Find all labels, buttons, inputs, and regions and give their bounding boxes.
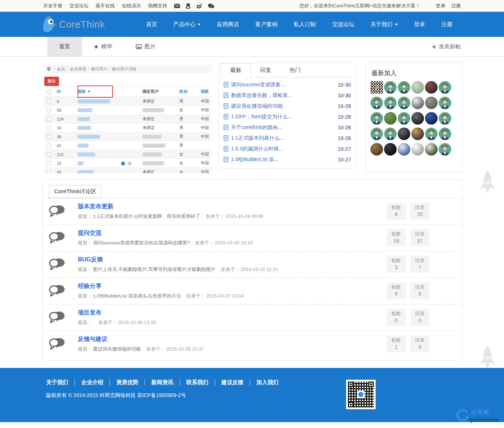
member-avatar[interactable] [370,143,383,156]
footer-link[interactable]: 建议反馈 [215,379,250,386]
member-avatar[interactable] [398,81,410,94]
member-avatar-qr[interactable] [370,81,383,94]
nav-item[interactable]: 关于我们 [362,12,406,37]
member-avatar[interactable] [398,128,410,140]
nav-item[interactable]: 产品中心 [165,12,209,37]
blurred-bind-user [142,161,164,166]
brand-logo[interactable]: CoreThink [41,16,105,32]
nav-item[interactable]: 私人订制 [286,12,324,37]
member-avatar[interactable] [384,97,397,109]
login-link[interactable]: 登录 [436,3,445,9]
topbar-link[interactable]: 交流论坛 [69,3,89,9]
cell-id: 124 [57,117,77,121]
table-row: 93未绑定女中国 [44,168,211,173]
nav-item[interactable]: 客户案例 [247,12,286,37]
nav-item[interactable]: 登录 [406,12,433,37]
cell-id: 58 [57,108,77,112]
member-avatar[interactable] [439,143,451,156]
nav-item[interactable]: 应用商店 [209,12,247,37]
member-avatar[interactable] [384,128,397,140]
subnav-tab[interactable]: 首页 [47,37,82,56]
member-avatar[interactable] [411,112,424,125]
post-row: 关于corethink的路由...10-28 [224,122,351,133]
table-row: 58女中国 [44,106,211,115]
cell-gender: 女 [179,107,201,113]
forum-section-title[interactable]: 经验分享 [78,282,101,290]
member-avatar[interactable] [370,128,383,140]
post-title[interactable]: 1.1正式版本到底什么... [231,135,338,142]
posts-count: 6 [395,290,398,298]
subnav-tab[interactable]: 图片 [124,37,167,56]
member-avatar[interactable] [398,97,410,109]
post-title[interactable]: 建议强化微信端的功能 [231,103,338,109]
wechat-icon[interactable] [208,3,214,8]
nav-item[interactable]: 交流论坛 [324,12,362,37]
member-avatar[interactable] [425,112,438,125]
member-avatar[interactable] [411,128,424,140]
blurred-bind-user [142,152,162,157]
member-avatar[interactable] [398,143,410,156]
nav-item[interactable]: 首页 [138,12,165,37]
member-avatar[interactable] [411,143,424,156]
member-avatar[interactable] [425,97,438,109]
page: 开发手册交流论坛高手在线在线演示捐赠支持 您好，欢迎来到CoreThink互联网… [0,0,504,428]
posts-tab[interactable]: 最新 [221,63,251,77]
footer-link[interactable]: 资质优势 [110,379,145,386]
forum-section-title[interactable]: 项目发布 [78,309,101,317]
topbar-link[interactable]: 开发手册 [43,3,62,9]
post-title[interactable]: 数据库连接失败，请检查... [231,92,338,99]
subnav-tab[interactable]: ★精华 [82,37,124,56]
topbar-link[interactable]: 捐赠支持 [148,3,167,9]
back-to-top-rocket[interactable]: UP [479,346,496,369]
footer-links: 关于我们企业介绍资质优势新闻资讯联系我们建议反馈加入我们 [46,379,285,386]
new-post-button[interactable]: + 发表新帖 [432,37,461,56]
footer-link[interactable]: 关于我们 [46,379,75,386]
footer-link[interactable]: 企业介绍 [75,379,110,386]
post-title[interactable]: 1.0.3的漏洞什么时候... [231,146,338,152]
post-date: 10-29 [338,103,351,109]
posts-tab[interactable]: 热门 [280,63,310,77]
topbar-link[interactable]: 在线演示 [122,3,141,9]
blurred-nickname [77,126,91,130]
member-avatar[interactable] [425,81,438,94]
forum-section-title[interactable]: 反馈与建议 [78,335,107,343]
forum-section-title[interactable]: 版本发布更新 [78,203,113,210]
carousel-dot[interactable] [121,161,125,166]
member-avatar[interactable] [439,112,451,125]
member-avatar[interactable] [370,97,383,109]
member-avatar[interactable] [411,97,424,109]
footer-link[interactable]: 加入我们 [250,379,285,386]
welcome-text: 您好，欢迎来到CoreThink互联网+信息化服务解决方案！ [299,3,420,9]
footer-link[interactable]: 新闻资讯 [145,379,180,386]
qq-icon[interactable] [186,3,191,9]
posts-tab[interactable]: 回复 [251,63,280,77]
topbar-link[interactable]: 高手在线 [96,3,115,9]
member-avatar[interactable] [384,143,397,156]
post-title[interactable]: 1.0给BuilderList 添... [231,156,338,163]
forum-section-title[interactable]: 提问交流 [78,229,101,237]
mail-icon[interactable] [174,4,180,8]
member-avatar[interactable] [425,143,438,156]
forum-section-title[interactable]: BUG反馈 [78,256,103,264]
blurred-bind-user [142,143,165,148]
nav-item[interactable]: 注册 [433,12,460,37]
member-avatar[interactable] [384,112,397,125]
member-avatar[interactable] [411,81,424,94]
member-avatar[interactable] [398,112,410,125]
back-to-top-rocket[interactable]: UP [479,171,496,194]
member-avatar[interactable] [384,81,397,94]
weibo-icon[interactable] [196,3,202,8]
member-avatar[interactable] [439,97,451,109]
member-avatar[interactable] [439,81,451,94]
post-title[interactable]: 关于corethink的路由... [231,124,338,131]
member-avatar[interactable] [439,128,451,140]
member-avatar[interactable] [425,128,438,140]
posted-date: 2015-10-22 11:21 [241,267,278,272]
footer-link[interactable]: 联系我们 [180,379,215,386]
posted-date: 2015-10-30 13:16 [118,320,156,325]
member-avatar[interactable] [370,112,383,125]
post-title[interactable]: 请问success变成弹窗... [231,81,338,88]
post-title[interactable]: 1.03中，form提交为什么... [231,114,338,120]
carousel-dot[interactable] [128,161,132,166]
register-link[interactable]: 注册 [451,3,461,9]
